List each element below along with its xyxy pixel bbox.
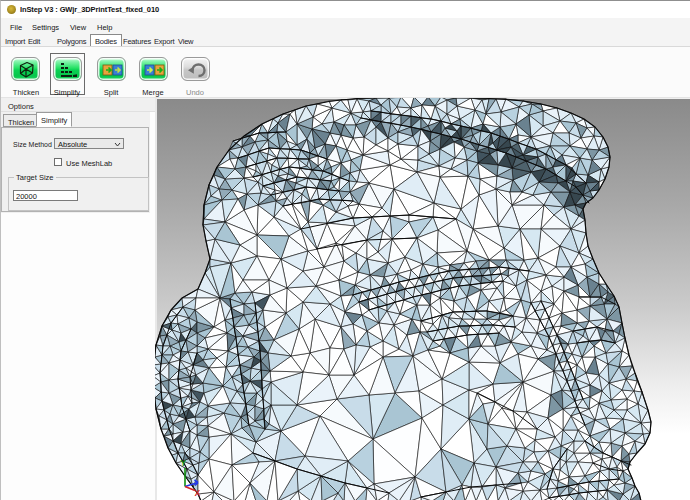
svg-text:X: X <box>195 488 201 498</box>
svg-text:Y: Y <box>181 458 187 468</box>
